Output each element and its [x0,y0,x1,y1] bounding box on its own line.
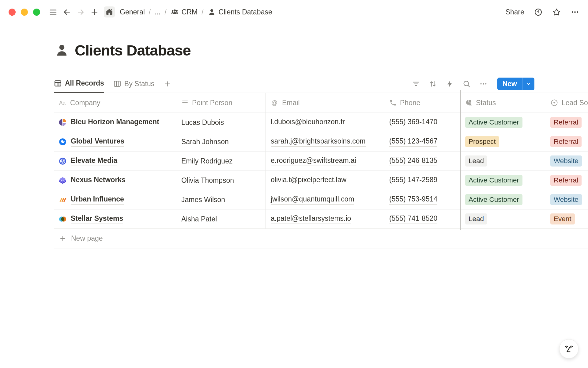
lead-source-badge[interactable]: Referral [550,136,582,147]
company-cell[interactable]: Elevate Media [54,151,176,171]
tab-by-status[interactable]: By Status [113,75,154,93]
minimize-window-button[interactable] [21,9,28,16]
status-badge[interactable]: Active Customer [465,117,522,128]
lead-source-cell[interactable]: Referral [544,113,588,132]
search-icon [462,80,471,88]
new-tab-button[interactable] [90,8,99,17]
title-property-icon: Aa [58,99,67,107]
new-button[interactable]: New [497,78,534,90]
table-row: Stellar Systems Aisha Patel a.patel@stel… [54,209,588,229]
status-cell[interactable]: Active Customer [460,190,544,209]
more-options-button[interactable] [571,8,579,17]
email-cell[interactable]: olivia.t@pixelperfect.law [266,171,384,190]
table-row: Nexus Networks Olivia Thompson olivia.t@… [54,171,588,190]
lead-source-cell[interactable]: Referral [544,132,588,151]
table-row: Urban Influence James Wilson jwilson@qua… [54,190,588,209]
phone-cell[interactable]: (555) 147-2589 [384,171,460,190]
zoom-window-button[interactable] [33,9,40,16]
company-cell[interactable]: Nexus Networks [54,171,176,190]
point-person-cell[interactable]: Lucas Dubois [176,113,266,132]
column-header-phone[interactable]: Phone [384,93,460,113]
clients-table: Aa Company Point Person @ Email Phone [54,93,588,248]
phone-cell[interactable]: (555) 246-8135 [384,151,460,171]
column-header-point-person[interactable]: Point Person [176,93,266,113]
lead-source-badge[interactable]: Event [550,213,575,224]
page-person-icon[interactable] [55,43,69,59]
breadcrumb-clients-database[interactable]: Clients Database [206,7,273,17]
history-button[interactable] [534,8,543,17]
email-cell[interactable]: jwilson@quantumquill.com [266,190,384,209]
company-cell[interactable]: Global Ventures [54,132,176,151]
email-cell[interactable]: e.rodriguez@swiftstream.ai [266,151,384,171]
forward-button[interactable] [76,8,85,17]
lead-source-badge[interactable]: Referral [550,117,582,128]
point-person-cell[interactable]: Emily Rodriguez [176,151,266,171]
ai-face-icon [564,343,575,355]
page-title[interactable]: Clients Database [75,42,191,59]
filter-button[interactable] [412,80,420,88]
email-cell[interactable]: l.dubois@bleuhorizon.fr [266,113,384,132]
point-person-cell[interactable]: Aisha Patel [176,209,266,228]
plus-icon [164,80,171,88]
back-button[interactable] [62,8,71,17]
phone-cell[interactable]: (555) 123-4567 [384,132,460,151]
phone-cell[interactable]: (555) 741-8520 [384,209,460,228]
status-badge[interactable]: Active Customer [465,175,522,186]
column-header-company[interactable]: Aa Company [54,93,176,113]
status-badge[interactable]: Active Customer [465,194,522,205]
chevron-down-icon [526,81,531,86]
column-header-email[interactable]: @ Email [266,93,384,113]
lead-source-badge[interactable]: Referral [550,175,582,186]
breadcrumb-crm[interactable]: CRM [169,7,199,17]
point-person-cell[interactable]: Olivia Thompson [176,171,266,190]
point-person-cell[interactable]: James Wilson [176,190,266,209]
automations-button[interactable] [446,80,454,88]
lead-source-cell[interactable]: Event [544,209,588,228]
email-cell[interactable]: a.patel@stellarsystems.io [266,209,384,228]
lead-source-cell[interactable]: Referral [544,171,588,190]
status-cell[interactable]: Active Customer [460,171,544,190]
notion-ai-button[interactable] [559,339,579,358]
company-name: Nexus Networks [71,175,126,185]
close-window-button[interactable] [9,9,16,16]
sidebar-toggle-button[interactable] [49,8,58,17]
status-cell[interactable]: Active Customer [460,113,544,132]
lead-source-badge[interactable]: Website [550,194,582,205]
status-cell[interactable]: Lead [460,151,544,171]
breadcrumb-collapsed[interactable]: ... [153,7,162,17]
lead-source-cell[interactable]: Website [544,151,588,171]
status-badge[interactable]: Prospect [465,136,499,147]
point-person-cell[interactable]: Sarah Johnson [176,132,266,151]
status-badge[interactable]: Lead [465,155,487,167]
status-cell[interactable]: Prospect [460,132,544,151]
email-cell[interactable]: sarah.j@brightsparksolns.com [266,132,384,151]
home-button[interactable] [104,6,115,17]
company-cell[interactable]: Bleu Horizon Management [54,113,176,132]
new-page-row[interactable]: New page [54,229,588,248]
column-header-lead-source[interactable]: Lead Source [544,93,588,113]
company-cell[interactable]: Stellar Systems [54,209,176,228]
search-button[interactable] [462,80,471,88]
column-header-status[interactable]: Status [460,93,544,113]
status-badge[interactable]: Lead [465,213,487,224]
favorite-button[interactable] [552,8,561,17]
phone-text: (555) 753-9514 [389,195,437,205]
phone-cell[interactable]: (555) 753-9514 [384,190,460,209]
phone-cell[interactable]: (555) 369-1470 [384,113,460,132]
tab-all-records[interactable]: All Records [54,75,104,93]
status-cell[interactable]: Lead [460,209,544,228]
lead-source-cell[interactable]: Website [544,190,588,209]
share-button[interactable]: Share [506,8,524,16]
sort-button[interactable] [429,80,437,88]
frozen-column-divider[interactable] [460,90,461,230]
add-view-button[interactable] [164,75,171,93]
lead-source-badge[interactable]: Website [550,155,582,167]
company-cell[interactable]: Urban Influence [54,190,176,209]
phone-text: (555) 123-4567 [389,137,437,147]
filter-icon [412,80,420,88]
breadcrumb-general[interactable]: General [119,7,146,17]
new-button-dropdown[interactable] [522,78,534,90]
view-options-button[interactable] [479,80,488,88]
new-button-label[interactable]: New [497,78,522,90]
select-property-icon [550,99,558,107]
